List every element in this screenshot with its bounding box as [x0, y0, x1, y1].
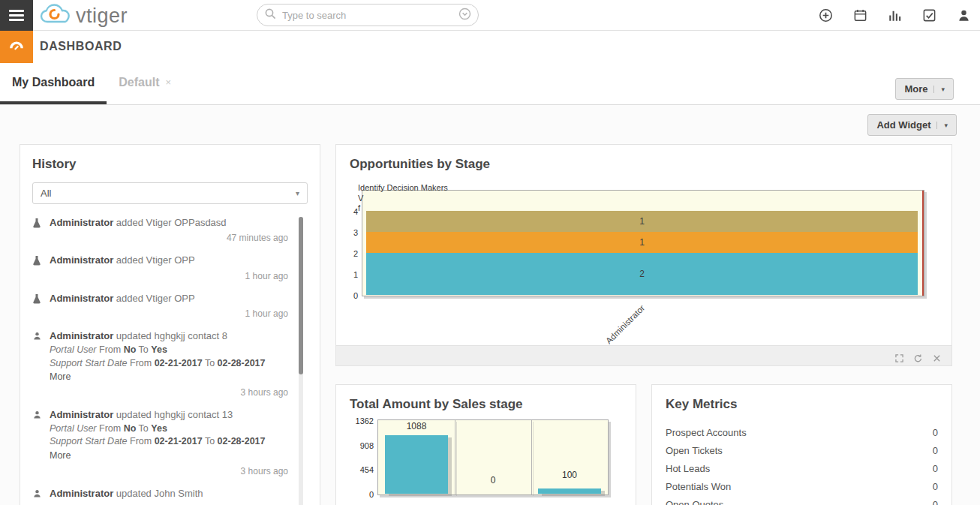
refresh-icon[interactable]	[914, 352, 922, 360]
history-detail: Portal User From No To Yes	[50, 422, 288, 436]
bar-slot: 100	[531, 420, 608, 494]
bar-segment[interactable]: 1	[366, 211, 918, 232]
history-item[interactable]: Administrator added Vtiger OPPasdasd 47 …	[32, 216, 288, 245]
y-tick-label: 4	[338, 207, 358, 216]
close-icon[interactable]	[933, 352, 941, 360]
opportunities-stack: 112	[366, 211, 918, 295]
history-text: Administrator updated John Smith	[50, 487, 288, 500]
history-item[interactable]: Administrator updated hghgkjj contact 8 …	[32, 329, 288, 399]
key-metrics-widget: Key Metrics Prospect Accounts 0 Open Tic…	[651, 384, 952, 505]
history-detail: Support Start Date From 02-21-2017 To 02…	[50, 435, 288, 449]
history-filter-select[interactable]: All ▾	[32, 182, 308, 204]
y-tick-label: 1	[338, 270, 358, 279]
history-text: Administrator added Vtiger OPP	[50, 254, 288, 267]
metric-value: 0	[933, 481, 938, 492]
history-detail: Portal User From No To Yes	[50, 344, 288, 357]
contact-icon	[32, 408, 43, 478]
key-metrics-rows: Prospect Accounts 0 Open Tickets 0 Hot L…	[666, 424, 938, 505]
widget-title: History	[32, 157, 308, 172]
plus-circle-icon[interactable]	[819, 8, 833, 23]
more-button[interactable]: More ▾	[895, 78, 954, 100]
table-row[interactable]: Open Tickets 0	[666, 442, 938, 460]
bar-value-label: 100	[562, 470, 577, 480]
metric-value: 0	[933, 427, 938, 438]
chevron-down-icon: ▾	[933, 86, 945, 93]
y-tick-label: 0	[350, 490, 374, 499]
tab-label: My Dashboard	[12, 76, 95, 89]
total-amount-chart: 04549081362 10880100	[350, 419, 622, 505]
opp-yticks: 43210	[338, 191, 358, 296]
advanced-search-icon[interactable]	[458, 8, 471, 23]
bar-value-label: 1088	[407, 421, 427, 431]
chevron-down-icon: ▾	[936, 122, 948, 129]
chevron-down-icon: ▾	[296, 189, 299, 197]
opportunities-widget: Opportunities by Stage Identify Decision…	[335, 144, 952, 366]
scrollbar-thumb[interactable]	[299, 217, 303, 374]
search-icon	[264, 8, 277, 23]
history-detail: Support Start Date From 02-21-2017 To 02…	[50, 357, 288, 371]
legend-label: Identify Decision Makers	[358, 183, 448, 194]
scrollbar-track[interactable]	[299, 217, 303, 505]
history-item[interactable]: Administrator updated John Smith	[32, 487, 288, 500]
y-tick-label: 908	[350, 441, 374, 450]
close-icon[interactable]: ×	[165, 77, 171, 88]
tasks-icon[interactable]	[922, 8, 936, 23]
history-time: 1 hour ago	[50, 270, 288, 283]
bar-value-label: 1	[639, 237, 645, 248]
history-item[interactable]: Administrator updated hghgkjj contact 13…	[32, 408, 288, 478]
user-icon[interactable]	[957, 8, 971, 23]
bar[interactable]	[538, 488, 601, 494]
expand-icon[interactable]	[895, 352, 903, 360]
history-item[interactable]: Administrator added Vtiger OPP 1 hour ag…	[32, 254, 288, 282]
page-title: DASHBOARD	[40, 40, 122, 53]
bar-value-label: 2	[639, 269, 645, 279]
opportunities-plot: Identify Decision Makers V f 43210 112 A…	[362, 190, 924, 296]
more-link[interactable]: More	[50, 371, 71, 384]
bar-segment[interactable]: 1	[366, 232, 918, 253]
opportunity-icon	[32, 254, 43, 282]
calendar-icon[interactable]	[853, 8, 867, 23]
logo-text: vtiger	[76, 5, 128, 28]
y-tick-label: 0	[338, 291, 358, 300]
bar[interactable]	[385, 435, 448, 494]
history-text: Administrator added Vtiger OPP	[50, 292, 288, 305]
widget-title: Opportunities by Stage	[350, 157, 490, 172]
hamburger-menu-icon[interactable]	[0, 0, 33, 31]
y-tick-label: 1362	[350, 416, 374, 425]
dashboard-gauge-icon	[0, 31, 33, 63]
cloud-logo-icon	[38, 3, 72, 29]
history-item[interactable]: Administrator added Vtiger OPP 1 hour ag…	[32, 292, 288, 320]
table-row[interactable]: Open Quotes 0	[666, 496, 938, 505]
global-search	[257, 4, 479, 26]
topbar-actions	[819, 8, 971, 23]
tab-default[interactable]: Default ×	[107, 63, 183, 104]
tab-my-dashboard[interactable]: My Dashboard	[0, 63, 107, 104]
y-tick-label: 454	[350, 465, 374, 474]
history-time: 3 hours ago	[50, 386, 288, 399]
tab-label: Default	[119, 76, 159, 89]
metric-label: Hot Leads	[666, 463, 710, 474]
bar-segment[interactable]: 2	[366, 253, 918, 295]
vtiger-logo[interactable]: vtiger	[38, 3, 128, 29]
table-row[interactable]: Potentials Won 0	[666, 478, 938, 496]
metric-value: 0	[933, 445, 938, 456]
bar-value-label: 1	[639, 216, 645, 227]
widget-title: Total Amount by Sales stage	[350, 397, 622, 412]
bar-chart-icon[interactable]	[888, 8, 902, 23]
legend-label: f	[358, 203, 448, 214]
add-widget-button[interactable]: Add Widget ▾	[867, 114, 957, 136]
more-link[interactable]: More	[50, 449, 71, 463]
history-text: Administrator updated hghgkjj contact 13	[50, 408, 288, 422]
metric-label: Open Tickets	[666, 445, 723, 456]
legend-label: V	[358, 194, 448, 204]
table-row[interactable]: Prospect Accounts 0	[666, 424, 938, 442]
search-input[interactable]	[282, 10, 453, 21]
dashboard-content: Add Widget ▾ History All ▾ Administrator…	[0, 105, 980, 505]
metric-label: Prospect Accounts	[666, 427, 747, 438]
more-button-label: More	[904, 83, 927, 95]
table-row[interactable]: Hot Leads 0	[666, 460, 938, 478]
module-header: DASHBOARD	[0, 31, 980, 63]
contact-icon	[32, 329, 43, 399]
history-time: 1 hour ago	[50, 308, 288, 320]
widget-title: Key Metrics	[666, 397, 938, 412]
